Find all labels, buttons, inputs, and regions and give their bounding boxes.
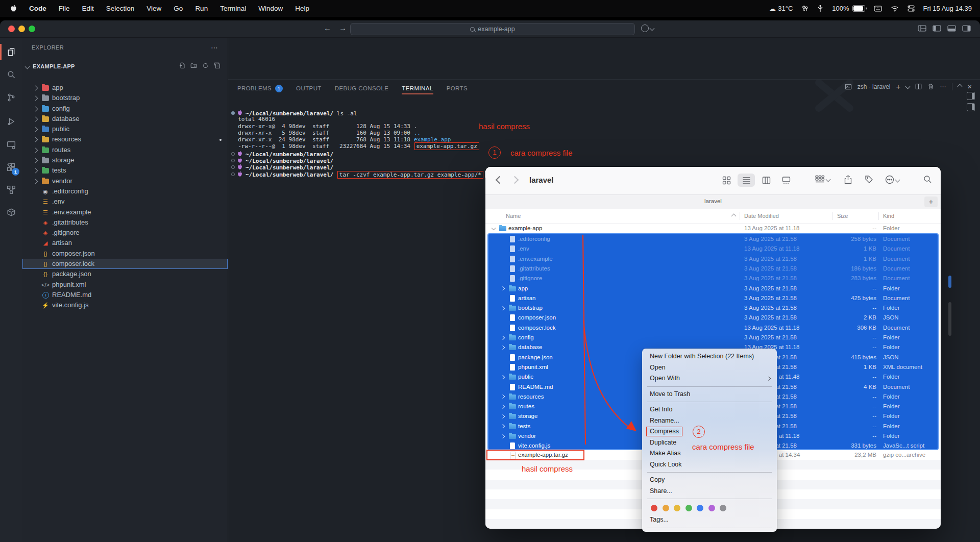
- terminal-output[interactable]: ~/Local/sumberweb/laravel/ ls -al total …: [231, 109, 489, 177]
- toggle-primary-sidebar-icon[interactable]: [933, 25, 941, 32]
- new-folder-icon[interactable]: [190, 62, 197, 69]
- sidebar-item-artisan[interactable]: ◢artisan: [22, 238, 228, 248]
- sidebar-item-package-json[interactable]: {}package.json: [22, 269, 228, 279]
- menu-item-rename[interactable]: Rename...: [642, 415, 777, 427]
- tab-output[interactable]: OUTPUT: [296, 80, 322, 97]
- new-terminal-icon[interactable]: +: [896, 82, 900, 91]
- menu-item-go[interactable]: Go: [174, 5, 183, 12]
- forward-icon[interactable]: →: [339, 23, 347, 32]
- sidebar-item-editorconfig[interactable]: ◉.editorconfig: [22, 186, 228, 196]
- finder-row-bootstrap[interactable]: bootstrap3 Aug 2025 at 21.58--Folder: [488, 303, 938, 313]
- menu-item-selection[interactable]: Selection: [106, 5, 135, 12]
- tab-problems[interactable]: PROBLEMS1: [237, 80, 283, 97]
- sidebar-item-config[interactable]: config: [22, 104, 228, 114]
- finder-row-artisan[interactable]: artisan3 Aug 2025 at 21.58425 bytesDocum…: [488, 293, 938, 303]
- more-actions-icon[interactable]: [885, 175, 899, 184]
- menu-item-share[interactable]: Share...: [642, 486, 777, 497]
- sidebar-item-env[interactable]: ☰.env: [22, 196, 228, 207]
- back-icon[interactable]: [496, 176, 504, 184]
- extensions-icon[interactable]: 1: [0, 157, 22, 178]
- terminal-dropdown-icon[interactable]: [905, 84, 911, 89]
- finder-row-composer-json[interactable]: composer.json3 Aug 2025 at 21.582 KBJSON: [488, 313, 938, 323]
- sidebar-item-app[interactable]: app: [22, 83, 228, 93]
- container-icon[interactable]: [0, 202, 22, 223]
- sidebar-item-resources[interactable]: resources: [22, 134, 228, 144]
- source-control-icon[interactable]: [0, 87, 22, 108]
- editor-layout-icon-top[interactable]: [967, 92, 975, 100]
- terminal-session-label[interactable]: zsh - laravel: [857, 83, 891, 90]
- minimize-window-button[interactable]: [18, 26, 25, 32]
- command-center-search[interactable]: example-app: [350, 23, 635, 35]
- symbols-icon[interactable]: [0, 180, 22, 200]
- close-window-button[interactable]: [8, 26, 15, 32]
- explorer-icon[interactable]: [0, 42, 22, 62]
- maximize-panel-icon[interactable]: [958, 84, 963, 89]
- weather-item[interactable]: ☁ 31°C: [769, 5, 793, 13]
- column-header-name[interactable]: Name: [506, 213, 521, 219]
- menu-item-code[interactable]: Code: [29, 5, 46, 12]
- menu-item-open-with[interactable]: Open With: [642, 373, 777, 384]
- sidebar-item-env-example[interactable]: ☰.env.example: [22, 207, 228, 217]
- tag-icon[interactable]: [865, 175, 873, 184]
- back-icon[interactable]: ←: [324, 23, 331, 32]
- tag-color-6[interactable]: [720, 505, 726, 511]
- sidebar-item-tests[interactable]: tests: [22, 165, 228, 176]
- sidebar-item-composer-json[interactable]: {}composer.json: [22, 249, 228, 259]
- sidebar-item-vite-config-js[interactable]: ⚡vite.config.js: [22, 300, 228, 310]
- menu-item-edit[interactable]: Edit: [82, 5, 94, 12]
- sidebar-item-phpunit-xml[interactable]: </>phpunit.xml: [22, 280, 228, 290]
- tag-color-0[interactable]: [651, 505, 657, 511]
- zoom-window-button[interactable]: [29, 26, 35, 32]
- project-section-header[interactable]: EXAMPLE-APP: [22, 61, 228, 72]
- battery-item[interactable]: 100%: [832, 5, 865, 12]
- sidebar-item-storage[interactable]: storage: [22, 155, 228, 165]
- finder-tab-label[interactable]: laravel: [485, 198, 941, 204]
- menu-item-view[interactable]: View: [146, 5, 161, 12]
- sidebar-item-readme-md[interactable]: iREADME.md: [22, 290, 228, 300]
- menu-item-copy[interactable]: Copy: [642, 475, 777, 486]
- views-more-icon[interactable]: ⋯: [211, 43, 218, 52]
- tab-debug-console[interactable]: DEBUG CONSOLE: [335, 80, 389, 97]
- finder-row-composer-lock[interactable]: composer.lock13 Aug 2025 at 11.18306 KBD…: [488, 323, 938, 333]
- sidebar-item-database[interactable]: database: [22, 114, 228, 124]
- search-icon[interactable]: [923, 175, 932, 184]
- finder-row-env-example[interactable]: .env.example3 Aug 2025 at 21.581 KBDocum…: [488, 254, 938, 264]
- sidebar-item-composer-lock[interactable]: {}composer.lock: [22, 259, 228, 269]
- list-view-icon[interactable]: [738, 174, 755, 187]
- tab-terminal[interactable]: TERMINAL: [402, 80, 433, 97]
- column-view-icon[interactable]: [757, 174, 775, 187]
- finder-row-example-app[interactable]: example-app13 Aug 2025 at 11.18--Folder: [485, 224, 941, 233]
- finder-row-gitignore[interactable]: .gitignore3 Aug 2025 at 21.58283 bytesDo…: [488, 274, 938, 283]
- bolt-icon[interactable]: [817, 5, 823, 12]
- menu-item-get-info[interactable]: Get Info: [642, 404, 777, 415]
- keys-icon[interactable]: [801, 5, 808, 12]
- group-by-icon[interactable]: [815, 175, 830, 184]
- icon-view-icon[interactable]: [718, 174, 735, 187]
- finder-row-editorconfig[interactable]: .editorconfig3 Aug 2025 at 21.58258 byte…: [488, 234, 938, 244]
- menu-item-new-folder-with-selection-22-items[interactable]: New Folder with Selection (22 Items): [642, 351, 777, 362]
- menu-item-move-to-trash[interactable]: Move to Trash: [642, 389, 777, 400]
- tab-ports[interactable]: PORTS: [447, 80, 468, 97]
- wifi-icon[interactable]: [891, 6, 899, 12]
- finder-row-env[interactable]: .env13 Aug 2025 at 11.181 KBDocument: [488, 244, 938, 254]
- keyboard-icon[interactable]: [874, 6, 882, 12]
- toggle-panel-icon[interactable]: [947, 25, 956, 32]
- tag-color-5[interactable]: [708, 505, 715, 511]
- sidebar-item-public[interactable]: public: [22, 124, 228, 134]
- split-terminal-icon[interactable]: [915, 83, 922, 90]
- menu-item-file[interactable]: File: [59, 5, 70, 12]
- new-tab-button[interactable]: +: [924, 196, 938, 207]
- remote-explorer-icon[interactable]: [0, 135, 22, 155]
- menu-item-terminal[interactable]: Terminal: [220, 5, 246, 12]
- search-icon[interactable]: [0, 64, 22, 85]
- scrollbar-decoration-blue[interactable]: [948, 276, 951, 288]
- apple-menu-icon[interactable]: [10, 5, 17, 12]
- menu-item-quick-look[interactable]: Quick Look: [642, 459, 777, 471]
- finder-row-app[interactable]: app3 Aug 2025 at 21.58--Folder: [488, 284, 938, 293]
- menu-item-help[interactable]: Help: [295, 5, 309, 12]
- profile-icon[interactable]: [641, 24, 654, 32]
- refresh-icon[interactable]: [202, 62, 209, 69]
- close-panel-icon[interactable]: ×: [967, 82, 972, 91]
- menubar-clock[interactable]: Fri 15 Aug 14.39: [923, 5, 972, 12]
- run-debug-icon[interactable]: [0, 111, 22, 132]
